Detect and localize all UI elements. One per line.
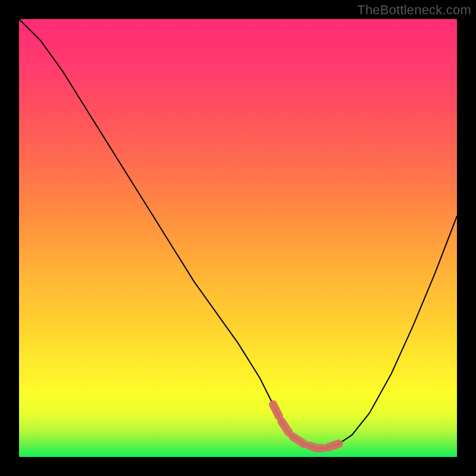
bottleneck-curve — [19, 19, 457, 448]
chart-frame: TheBottleneck.com — [0, 0, 476, 476]
plot-area — [19, 19, 457, 457]
optimal-band — [273, 405, 339, 449]
watermark-text: TheBottleneck.com — [357, 2, 471, 18]
chart-svg — [19, 19, 457, 457]
